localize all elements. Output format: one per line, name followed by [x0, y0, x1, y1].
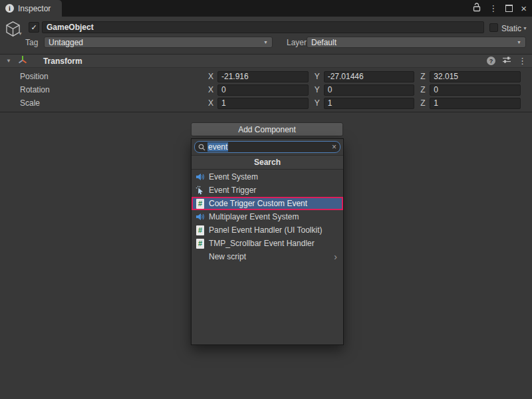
component-search-input[interactable]: event × — [194, 141, 340, 153]
list-item-panel-event-handler[interactable]: # Panel Event Handler (UI Toolkit) — [192, 223, 343, 237]
layer-value: Default — [311, 38, 336, 47]
transform-component: ▼ Transform ? ⋮ Position X-21.91 — [0, 54, 532, 112]
item-label: Event Trigger — [209, 186, 256, 195]
static-dropdown-caret[interactable]: ▼ — [523, 26, 527, 31]
gameobject-cube-icon[interactable] — [4, 20, 25, 40]
gameobject-name-field[interactable] — [42, 21, 484, 33]
axis-x-label: X — [208, 85, 214, 94]
scale-label: Scale — [0, 98, 208, 108]
scale-z-field[interactable]: 1 — [430, 98, 521, 109]
scale-y-field[interactable]: 1 — [324, 98, 415, 109]
rotation-x-field[interactable]: 0 — [217, 84, 309, 96]
axis-y-label: Y — [315, 98, 321, 108]
layer-label: Layer — [287, 38, 307, 47]
item-label: Code Trigger Custom Event — [209, 199, 307, 208]
list-item-multiplayer-event-system[interactable]: Multiplayer Event System — [192, 210, 343, 223]
presets-icon[interactable] — [502, 56, 511, 66]
rotation-y-field[interactable]: 0 — [324, 84, 415, 96]
axis-x-label: X — [208, 72, 214, 81]
position-x-field[interactable]: -21.916 — [217, 71, 309, 82]
active-checkbox[interactable]: ✓ — [29, 22, 39, 33]
static-checkbox[interactable] — [489, 23, 498, 32]
csharp-script-icon: # — [195, 239, 205, 249]
axis-z-label: Z — [420, 72, 426, 81]
search-section-header: Search — [192, 155, 343, 170]
rotation-label: Rotation — [0, 85, 208, 94]
item-label: Panel Event Handler (UI Toolkit) — [209, 225, 323, 235]
axis-z-label: Z — [420, 98, 426, 108]
item-label: TMP_Scrollbar Event Handler — [209, 239, 315, 248]
close-icon[interactable]: × — [521, 3, 527, 13]
axis-y-label: Y — [315, 72, 321, 81]
tag-value: Untagged — [49, 38, 83, 47]
maximize-icon[interactable] — [505, 5, 513, 12]
position-row: Position X-21.916 Y-27.01446 Z32.015 — [0, 70, 527, 83]
layer-dropdown[interactable]: Default ▼ — [307, 37, 526, 48]
foldout-icon[interactable]: ▼ — [6, 58, 11, 64]
scale-x-field[interactable]: 1 — [217, 98, 309, 109]
event-system-icon — [195, 212, 205, 221]
rotation-z-field[interactable]: 0 — [430, 84, 521, 96]
tag-label: Tag — [25, 38, 38, 47]
component-list: Event System Event Trigger # Code Trigge… — [192, 170, 343, 263]
dropdown-arrow-icon: ▼ — [517, 40, 521, 45]
list-item-event-system[interactable]: Event System — [192, 170, 343, 184]
check-icon: ✓ — [31, 23, 37, 32]
add-component-button[interactable]: Add Component — [191, 122, 343, 136]
transform-title: Transform — [43, 57, 82, 66]
clear-search-icon[interactable]: × — [332, 143, 336, 151]
item-label: New script — [209, 252, 246, 261]
axis-x-label: X — [208, 98, 214, 108]
add-component-label: Add Component — [238, 125, 296, 134]
tag-dropdown[interactable]: Untagged ▼ — [44, 37, 273, 48]
position-label: Position — [0, 72, 208, 81]
event-trigger-icon — [195, 186, 205, 195]
list-item-new-script[interactable]: New script › — [192, 250, 343, 263]
list-item-event-trigger[interactable]: Event Trigger — [192, 184, 343, 197]
scale-row: Scale X1 Y1 Z1 — [0, 96, 527, 110]
item-label: Multiplayer Event System — [209, 212, 299, 221]
transform-icon — [18, 55, 27, 66]
titlebar: i Inspector ⋮ × — [0, 0, 532, 17]
position-y-field[interactable]: -27.01446 — [324, 71, 415, 82]
lock-icon[interactable] — [473, 3, 481, 14]
component-search-popup: event × Search Event System — [191, 138, 344, 345]
icon-picker-caret[interactable]: ▼ — [18, 31, 23, 36]
rotation-row: Rotation X0 Y0 Z0 — [0, 83, 527, 96]
axis-y-label: Y — [315, 85, 321, 94]
position-z-field[interactable]: 32.015 — [430, 71, 521, 82]
search-query-text: event — [207, 142, 228, 152]
window-menu-icon[interactable]: ⋮ — [489, 4, 497, 13]
axis-z-label: Z — [420, 85, 426, 94]
static-label: Static — [501, 24, 521, 33]
event-system-icon — [195, 172, 205, 182]
list-item-code-trigger-custom-event[interactable]: # Code Trigger Custom Event — [192, 197, 343, 210]
list-item-tmp-scrollbar-event-handler[interactable]: # TMP_Scrollbar Event Handler — [192, 237, 343, 250]
help-icon[interactable]: ? — [487, 57, 495, 65]
search-icon — [198, 144, 205, 151]
tab-inspector[interactable]: i Inspector — [0, 0, 62, 17]
csharp-script-icon: # — [195, 199, 205, 209]
component-menu-icon[interactable]: ⋮ — [518, 57, 527, 65]
dropdown-arrow-icon: ▼ — [263, 40, 268, 45]
item-label: Event System — [209, 172, 258, 182]
csharp-script-icon: # — [195, 225, 205, 235]
tab-title: Inspector — [18, 4, 51, 13]
submenu-chevron-icon: › — [334, 252, 337, 261]
info-icon: i — [5, 4, 14, 13]
transform-header[interactable]: ▼ Transform ? ⋮ — [0, 54, 532, 68]
